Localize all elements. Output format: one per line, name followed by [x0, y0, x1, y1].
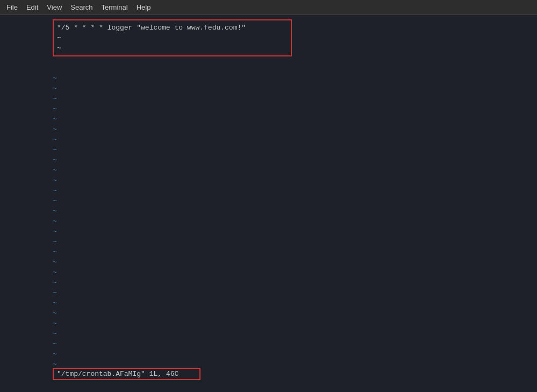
content-line1: */5 * * * * logger "welcome to www.fedu.…: [57, 23, 288, 33]
tilde-line: ~: [53, 329, 57, 339]
tilde-line: ~: [53, 73, 57, 83]
tilde-line: ~: [53, 318, 57, 329]
tilde-line: ~: [53, 308, 57, 318]
tilde-line: ~: [53, 165, 57, 175]
menu-help[interactable]: Help: [132, 2, 155, 12]
menu-bar: File Edit View Search Terminal Help: [0, 0, 537, 15]
menu-edit[interactable]: Edit: [22, 2, 42, 12]
tilde-line: ~: [53, 175, 57, 186]
tilde-line: ~: [53, 257, 57, 267]
tilde-line: ~: [53, 349, 57, 359]
menu-search[interactable]: Search: [66, 2, 97, 12]
editor-area[interactable]: */5 * * * * logger "welcome to www.fedu.…: [0, 15, 537, 392]
tilde-line: ~: [53, 114, 57, 124]
tilde-line: ~: [53, 145, 57, 155]
tilde-line: ~: [53, 206, 57, 216]
tilde-line: ~: [53, 216, 57, 226]
menu-terminal[interactable]: Terminal: [97, 2, 132, 12]
tilde-line: ~: [53, 83, 57, 94]
menu-file[interactable]: File: [2, 2, 22, 12]
menu-view[interactable]: View: [42, 2, 66, 12]
tilde-line: ~: [53, 134, 57, 145]
tilde-line: ~: [53, 247, 57, 257]
status-text: "/tmp/crontab.AFaMIg" 1L, 46C: [57, 370, 178, 378]
tilde-line: ~: [53, 288, 57, 298]
tilde-line: ~: [53, 124, 57, 134]
content-box: */5 * * * * logger "welcome to www.fedu.…: [53, 19, 292, 56]
tilde-line: ~: [53, 237, 57, 247]
content-line2: ~: [57, 33, 288, 43]
tilde-line: ~: [53, 196, 57, 206]
tilde-line: ~: [53, 186, 57, 196]
tilde-line: ~: [53, 104, 57, 114]
tilde-line: ~: [53, 267, 57, 277]
tilde-line: ~: [53, 155, 57, 165]
bottom-line: [0, 381, 537, 392]
content-line3: ~: [57, 43, 288, 53]
tilde-line: ~: [53, 277, 57, 288]
tilde-line: ~: [53, 226, 57, 237]
tilde-line: ~: [53, 339, 57, 349]
status-bar: "/tmp/crontab.AFaMIg" 1L, 46C: [53, 368, 201, 380]
tilde-line: ~: [53, 94, 57, 104]
tilde-line: ~: [53, 298, 57, 308]
